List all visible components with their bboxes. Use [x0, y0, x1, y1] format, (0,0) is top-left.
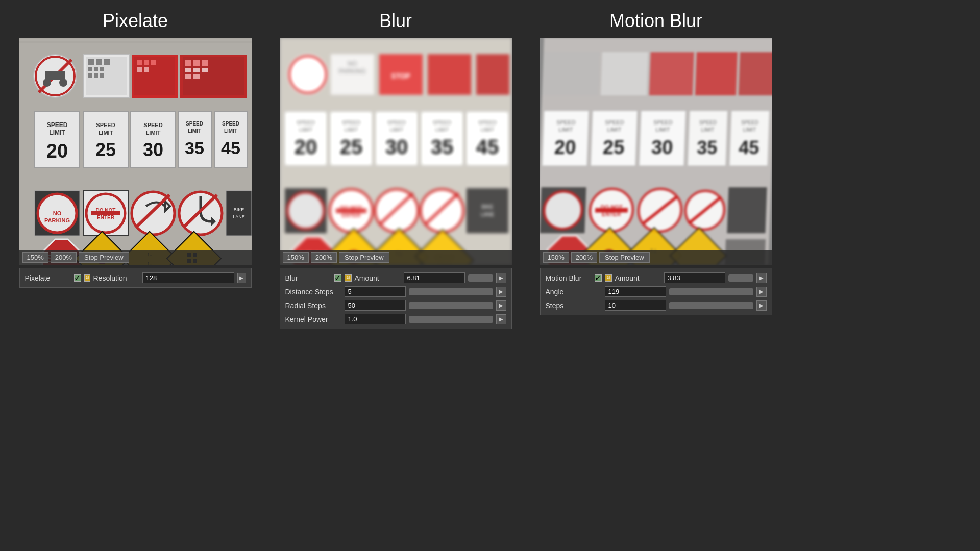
svg-rect-153 — [738, 52, 772, 95]
svg-rect-13 — [94, 67, 98, 71]
blur-radial-input[interactable] — [345, 300, 406, 311]
svg-text:SPEED: SPEED — [432, 119, 451, 126]
motion-blur-chain-icon[interactable]: ⛓ — [605, 274, 612, 282]
svg-rect-30 — [185, 68, 191, 72]
blur-amount-input[interactable] — [404, 272, 465, 283]
svg-text:SPEED: SPEED — [186, 121, 203, 127]
svg-text:LIMIT: LIMIT — [434, 127, 449, 133]
motion-blur-amount-slider[interactable] — [728, 274, 753, 282]
motion-blur-checkbox[interactable]: ✓ — [595, 274, 602, 282]
motion-blur-angle-slider[interactable] — [669, 288, 753, 295]
blur-settings: Blur ✓ ⛓ Amount ▶ Distance Steps ▶ Radia… — [280, 268, 512, 329]
motion-blur-steps-input[interactable] — [605, 300, 666, 311]
svg-text:LIMIT: LIMIT — [607, 127, 622, 133]
pixelate-zoom-200[interactable]: 200% — [51, 252, 77, 263]
blur-radial-slider[interactable] — [409, 302, 493, 309]
svg-rect-12 — [88, 67, 92, 71]
svg-text:LIMIT: LIMIT — [558, 127, 573, 133]
motion-blur-angle-input[interactable] — [605, 286, 666, 297]
svg-text:30: 30 — [142, 139, 163, 160]
motion-blur-title: Motion Blur — [609, 10, 702, 32]
blur-zoom-200[interactable]: 200% — [311, 252, 337, 263]
resolution-slider-btn[interactable]: ▶ — [237, 273, 246, 283]
svg-text:LIMIT: LIMIT — [224, 128, 237, 134]
motion-blur-angle-btn[interactable]: ▶ — [756, 287, 767, 297]
pixelate-checkbox[interactable]: ✓ — [74, 274, 81, 282]
svg-text:SPEED: SPEED — [741, 120, 758, 126]
svg-rect-32 — [202, 68, 208, 72]
svg-text:SPEED: SPEED — [556, 119, 576, 126]
svg-text:20: 20 — [294, 136, 317, 158]
pixelate-chain-icon[interactable]: ⛓ — [84, 274, 90, 282]
blur-label: Blur — [285, 274, 331, 282]
svg-text:LIMIT: LIMIT — [344, 127, 358, 133]
blur-chain-icon[interactable]: ⛓ — [345, 274, 352, 282]
svg-point-122 — [287, 192, 324, 229]
pixelate-settings-row: Pixelate ✓ ⛓ Resolution ▶ — [25, 272, 246, 283]
svg-rect-69 — [226, 191, 252, 236]
blur-preview: NO PARKING STOP SPEED LIMIT 20 SPEED LIM… — [280, 38, 512, 265]
motion-blur-stop-preview-button[interactable]: Stop Preview — [599, 252, 650, 263]
svg-text:LIMIT: LIMIT — [743, 127, 756, 133]
blur-kernel-row: Kernel Power ▶ — [285, 314, 506, 324]
blur-radial-row: Radial Steps ▶ — [285, 300, 506, 311]
svg-text:25: 25 — [95, 139, 115, 160]
motion-blur-preview: SPEED LIMIT 20 SPEED LIMIT 25 SPEED LIMI… — [540, 38, 772, 265]
motion-blur-amount-input[interactable] — [664, 272, 725, 283]
blur-amount-btn[interactable]: ▶ — [496, 273, 506, 283]
motion-blur-amount-label: Amount — [615, 274, 661, 282]
svg-text:SPEED: SPEED — [143, 122, 162, 128]
svg-text:LIMIT: LIMIT — [480, 127, 494, 133]
blur-signs-svg: NO PARKING STOP SPEED LIMIT 20 SPEED LIM… — [280, 38, 512, 265]
blur-distance-slider[interactable] — [409, 288, 493, 295]
svg-rect-26 — [183, 57, 244, 95]
svg-text:LANE: LANE — [480, 212, 494, 217]
motion-blur-steps-btn[interactable]: ▶ — [756, 300, 767, 311]
blur-distance-label: Distance Steps — [285, 288, 341, 296]
pixelate-label: Pixelate — [25, 274, 71, 282]
svg-text:ENTER: ENTER — [341, 212, 360, 218]
pixelate-zoom-150[interactable]: 150% — [22, 252, 48, 263]
motion-blur-zoom-200[interactable]: 200% — [571, 252, 597, 263]
svg-text:LIMIT: LIMIT — [187, 128, 201, 134]
svg-text:SPEED: SPEED — [296, 119, 315, 126]
svg-rect-11 — [104, 59, 110, 65]
svg-text:NO: NO — [348, 60, 357, 67]
svg-rect-31 — [193, 68, 200, 72]
pixelate-panel: Pixelate — [15, 10, 255, 288]
blur-kernel-input[interactable] — [345, 314, 406, 324]
blur-kernel-label: Kernel Power — [285, 315, 341, 323]
svg-rect-149 — [542, 52, 599, 95]
blur-amount-slider[interactable] — [468, 274, 493, 282]
blur-stop-preview-button[interactable]: Stop Preview — [339, 252, 389, 263]
svg-text:PARKING: PARKING — [44, 217, 70, 223]
svg-rect-28 — [193, 60, 200, 66]
svg-text:STOP: STOP — [391, 72, 410, 80]
resolution-input[interactable] — [142, 272, 234, 283]
svg-text:SPEED: SPEED — [605, 119, 624, 126]
blur-kernel-slider[interactable] — [409, 316, 493, 323]
blur-distance-input[interactable] — [345, 286, 406, 297]
svg-rect-14 — [100, 67, 104, 71]
blur-distance-btn[interactable]: ▶ — [496, 287, 506, 297]
blur-zoom-150[interactable]: 150% — [283, 252, 309, 263]
motion-blur-amount-btn[interactable]: ▶ — [756, 273, 767, 283]
svg-text:BIKE: BIKE — [233, 207, 244, 212]
svg-rect-20 — [137, 60, 142, 65]
motion-blur-steps-slider[interactable] — [669, 302, 753, 309]
blur-checkbox[interactable]: ✓ — [334, 274, 341, 282]
blur-radial-btn[interactable]: ▶ — [496, 300, 506, 311]
motion-blur-zoom-150[interactable]: 150% — [543, 252, 569, 263]
svg-point-6 — [59, 79, 67, 87]
pixelate-stop-preview-button[interactable]: Stop Preview — [79, 252, 129, 263]
svg-rect-99 — [428, 54, 471, 95]
svg-text:LIMIT: LIMIT — [389, 127, 403, 133]
svg-text:45: 45 — [738, 137, 759, 158]
motion-blur-preview-controls: 150% 200% Stop Preview — [540, 250, 772, 265]
svg-text:25: 25 — [602, 137, 625, 158]
blur-kernel-btn[interactable]: ▶ — [496, 314, 506, 324]
motion-blur-signs-svg: SPEED LIMIT 20 SPEED LIMIT 25 SPEED LIMI… — [540, 38, 772, 265]
svg-rect-184 — [727, 187, 767, 233]
svg-point-175 — [543, 191, 582, 229]
svg-rect-100 — [476, 54, 509, 95]
